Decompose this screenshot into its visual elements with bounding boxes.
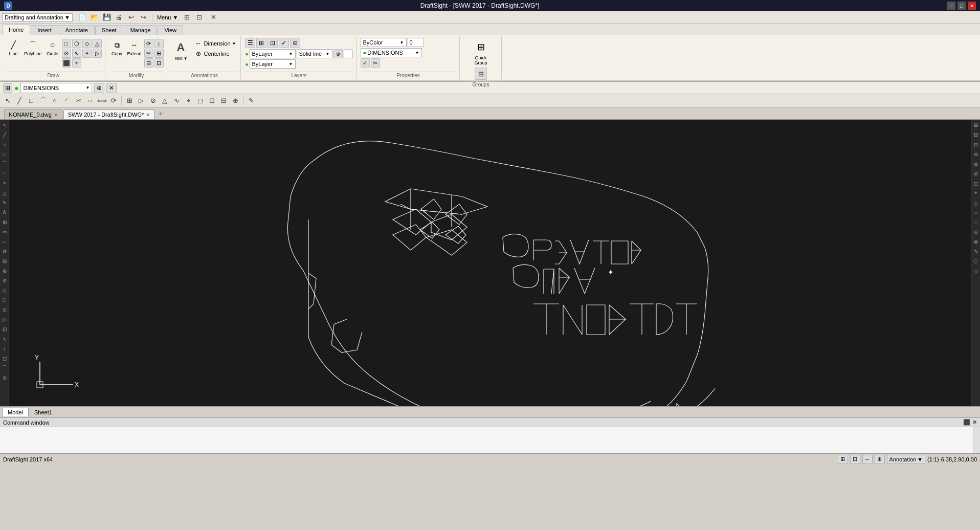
rt-icon5[interactable]: ⊕ — [972, 160, 980, 168]
prop-tool1[interactable]: ✓ — [361, 58, 370, 68]
sheet1-tab[interactable]: Sheet1 — [29, 408, 58, 417]
layer-tools-extra[interactable]: ⊕ — [333, 49, 353, 58]
lt-icon2[interactable]: ╱ — [1, 130, 9, 139]
lt-icon13[interactable]: ↔ — [1, 237, 9, 246]
ts-icon13[interactable]: ⊘ — [147, 95, 159, 106]
lt-icon20[interactable]: ⊙ — [1, 305, 9, 314]
rt-icon4[interactable]: ⊝ — [972, 150, 980, 158]
close-button[interactable]: ✕ — [968, 2, 976, 10]
lt-icon4[interactable]: □ — [1, 150, 9, 158]
linetype-dropdown[interactable]: Solid line ▼ — [297, 49, 332, 58]
rt-icon11[interactable]: □ — [972, 218, 980, 226]
rt-icon7[interactable]: ◻ — [972, 179, 980, 187]
ts-icon5[interactable]: ○ — [49, 95, 60, 106]
lineweight-input[interactable]: 0 — [408, 38, 424, 47]
command-close-btn[interactable]: ✕ — [972, 419, 977, 426]
ts-icon7[interactable]: ✂ — [73, 95, 84, 106]
layer-tool4[interactable]: ✓ — [279, 38, 289, 48]
layer-filter-icon[interactable]: ⊞ — [3, 83, 12, 93]
lt-icon1[interactable]: ↖ — [1, 121, 9, 129]
modify-copy-btn[interactable]: ⧉ Copy — [109, 38, 125, 57]
maximize-button[interactable]: □ — [957, 2, 966, 10]
ts-icon19[interactable]: ⊟ — [218, 95, 229, 106]
draw-more-row2[interactable]: ⊘ ∿ ⌖ ▷ — [62, 49, 102, 58]
ts-icon17[interactable]: ◻ — [194, 95, 206, 106]
doc-tab-sww-close[interactable]: ✕ — [146, 112, 150, 118]
layer-dropdown[interactable]: ByLayer ▼ — [250, 49, 296, 58]
ts-icon2[interactable]: ╱ — [14, 95, 25, 106]
qa-print-icon[interactable]: 🖨 — [114, 12, 125, 23]
lt-icon27[interactable]: ⊝ — [1, 373, 9, 382]
ts-icon18[interactable]: ⊡ — [206, 95, 217, 106]
draw-polyline-btn[interactable]: ⌒ PolyLine — [23, 38, 43, 57]
lt-icon21[interactable]: ▷ — [1, 315, 9, 323]
annotation-text-btn[interactable]: A Text ▼ — [171, 38, 191, 62]
layer-tool2[interactable]: ⊞ — [256, 38, 266, 48]
menu-icon[interactable]: Menu ▼ — [155, 14, 180, 20]
model-tab[interactable]: Model — [2, 408, 29, 416]
modify-tool2[interactable]: ↕ — [154, 39, 164, 48]
lt-icon22[interactable]: ⊡ — [1, 325, 9, 333]
lt-icon15[interactable]: ⊟ — [1, 257, 9, 265]
modify-tool6[interactable]: ⊡ — [154, 58, 164, 68]
polar-mode-btn[interactable]: ⊕ — [875, 455, 885, 464]
qa-undo-icon[interactable]: ↩ — [126, 12, 137, 23]
lt-icon11[interactable]: ⊞ — [1, 218, 9, 226]
ts-icon12[interactable]: ▷ — [136, 95, 147, 106]
layer-tool1[interactable]: ☰ — [245, 38, 255, 48]
layer2-name-dropdown[interactable]: ByLayer ▼ — [250, 59, 296, 69]
modify-extend-btn[interactable]: ↔ Extend — [126, 38, 143, 57]
rt-icon12[interactable]: ⊙ — [972, 228, 980, 236]
rt-icon1[interactable]: ⊞ — [972, 121, 980, 129]
qa-save-icon[interactable]: 💾 — [101, 12, 113, 23]
lt-icon17[interactable]: ⊘ — [1, 276, 9, 284]
lt-icon8[interactable]: △ — [1, 189, 9, 197]
layer-filter-close-btn[interactable]: ✕ — [106, 83, 117, 93]
qa-redo-icon[interactable]: ↪ — [138, 12, 149, 23]
lt-icon5[interactable]: ⌒ — [1, 160, 9, 168]
rt-icon2[interactable]: ⊟ — [972, 130, 980, 139]
workspace-preset-dropdown[interactable]: Drafting and Annotation ▼ — [2, 13, 73, 21]
rt-icon10[interactable]: ○ — [972, 208, 980, 216]
ts-icon15[interactable]: ∿ — [171, 95, 182, 106]
tab-annotate[interactable]: Annotate — [59, 25, 95, 35]
tab-view[interactable]: View — [158, 25, 183, 35]
rt-icon9[interactable]: △ — [972, 198, 980, 207]
lt-icon19[interactable]: ⬡ — [1, 296, 9, 304]
qa-close-icon[interactable]: ✕ — [208, 12, 219, 23]
command-expand-btn[interactable]: ⬛ — [963, 419, 970, 426]
new-tab-button[interactable]: + — [155, 108, 166, 119]
rt-icon14[interactable]: ✎ — [972, 247, 980, 255]
qa-new-icon[interactable]: 📄 — [77, 12, 88, 23]
annotation-centerline-btn[interactable]: ⊕ Centerline — [193, 49, 238, 58]
tab-sheet[interactable]: Sheet — [95, 25, 123, 35]
lt-icon26[interactable]: ⌒ — [1, 364, 9, 372]
modify-tool1[interactable]: ⟳ — [144, 39, 153, 48]
rt-icon3[interactable]: ⊡ — [972, 140, 980, 148]
ts-icon20[interactable]: ⊕ — [230, 95, 241, 106]
lt-icon14[interactable]: ⟳ — [1, 247, 9, 255]
ts-icon21[interactable]: ✎ — [246, 95, 257, 106]
command-content-area[interactable] — [0, 427, 980, 453]
lt-icon23[interactable]: ∿ — [1, 335, 9, 343]
tab-home[interactable]: Home — [2, 25, 30, 35]
minimize-button[interactable]: ─ — [947, 2, 955, 10]
modify-tool5[interactable]: ⊟ — [144, 58, 153, 68]
rt-icon8[interactable]: ⌖ — [972, 189, 980, 197]
layer-filter-dropdown[interactable]: DIMENSIONS ▼ — [20, 83, 92, 93]
lt-icon24[interactable]: ↕ — [1, 344, 9, 352]
draw-more-row3[interactable]: ⬛ ▼ — [62, 58, 102, 68]
ortho-mode-btn[interactable]: ↔ — [862, 455, 873, 464]
group-extra-btn[interactable]: ⊟ — [475, 68, 487, 80]
layer-tool3[interactable]: ⊡ — [268, 38, 278, 48]
draw-more-row1[interactable]: □ ⬡ ◇ △ — [62, 39, 102, 48]
layer-tool5[interactable]: ⊝ — [290, 38, 300, 48]
lt-icon6[interactable]: ◜ — [1, 169, 9, 178]
lt-icon18[interactable]: ◇ — [1, 286, 9, 294]
doc-tab-sww[interactable]: SWW 2017 - DraftSight.DWG* ✕ — [63, 109, 155, 119]
color-dropdown[interactable]: ByColor ▼ — [361, 38, 407, 47]
ts-icon4[interactable]: ⌒ — [37, 95, 49, 106]
command-scroll-bar[interactable] — [973, 427, 980, 453]
tab-insert[interactable]: Insert — [31, 25, 58, 35]
lt-icon25[interactable]: ◻ — [1, 354, 9, 362]
